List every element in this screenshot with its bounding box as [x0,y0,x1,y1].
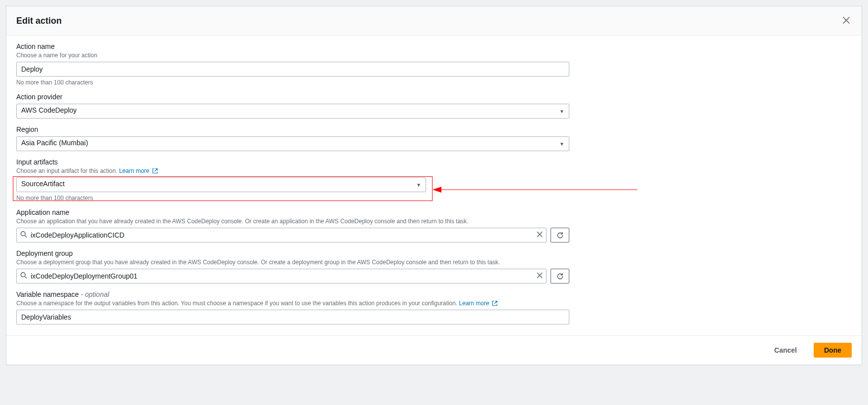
close-button[interactable] [841,14,852,27]
close-icon [537,232,543,238]
application-name-clear-button[interactable] [537,232,543,239]
application-name-hint: Choose an application that you have alre… [16,218,852,225]
input-artifacts-group: Input artifacts Choose an input artifact… [16,158,852,202]
external-link-icon [152,168,158,174]
variable-namespace-input[interactable] [16,310,569,324]
deployment-group-refresh-button[interactable] [551,269,569,284]
variable-namespace-learn-more-link[interactable]: Learn more [459,300,498,307]
optional-suffix: - optional [81,290,110,298]
action-name-label: Action name [16,42,852,50]
annotation-arrow [433,185,640,195]
variable-namespace-label: Variable namespace - optional [16,290,852,298]
deployment-group-clear-button[interactable] [537,273,543,280]
close-icon [537,273,543,279]
action-provider-select[interactable]: AWS CodeDeploy [16,104,569,119]
action-provider-group: Action provider AWS CodeDeploy ▼ [16,93,852,119]
done-button[interactable]: Done [814,343,852,358]
deployment-group-input[interactable] [16,269,547,284]
input-artifacts-hint: Choose an input artifact for this action… [16,167,852,174]
application-name-input[interactable] [16,228,547,243]
close-icon [843,17,850,24]
input-artifacts-select[interactable]: SourceArtifact [16,177,426,192]
region-select[interactable]: Asia Pacific (Mumbai) [16,136,569,151]
application-name-label: Application name [16,208,852,216]
modal-footer: Cancel Done [6,335,862,364]
input-artifacts-learn-more-link[interactable]: Learn more [119,167,158,174]
edit-action-modal: Edit action Action name Choose a name fo… [6,6,862,365]
action-name-input[interactable] [16,62,569,77]
variable-namespace-group: Variable namespace - optional Choose a n… [16,290,852,324]
region-group: Region Asia Pacific (Mumbai) ▼ [16,125,852,151]
refresh-icon [556,273,564,280]
refresh-icon [556,232,564,239]
application-name-refresh-button[interactable] [551,228,569,243]
action-name-group: Action name Choose a name for your actio… [16,42,852,86]
deployment-group-group: Deployment group Choose a deployment gro… [16,249,852,284]
cancel-button[interactable]: Cancel [764,343,807,358]
input-artifacts-label: Input artifacts [16,158,852,166]
region-label: Region [16,125,852,133]
action-provider-label: Action provider [16,93,852,101]
input-artifacts-subhint: No more than 100 characters [16,195,852,202]
svg-marker-1 [433,187,441,193]
action-name-hint: Choose a name for your action [16,52,852,59]
action-name-subhint: No more than 100 characters [16,79,852,86]
modal-header: Edit action [6,6,862,36]
deployment-group-label: Deployment group [16,249,852,257]
application-name-group: Application name Choose an application t… [16,208,852,243]
modal-title: Edit action [16,16,62,26]
modal-body: Action name Choose a name for your actio… [6,36,862,335]
deployment-group-hint: Choose a deployment group that you have … [16,259,852,266]
external-link-icon [492,300,498,306]
variable-namespace-hint: Choose a namespace for the output variab… [16,300,852,307]
